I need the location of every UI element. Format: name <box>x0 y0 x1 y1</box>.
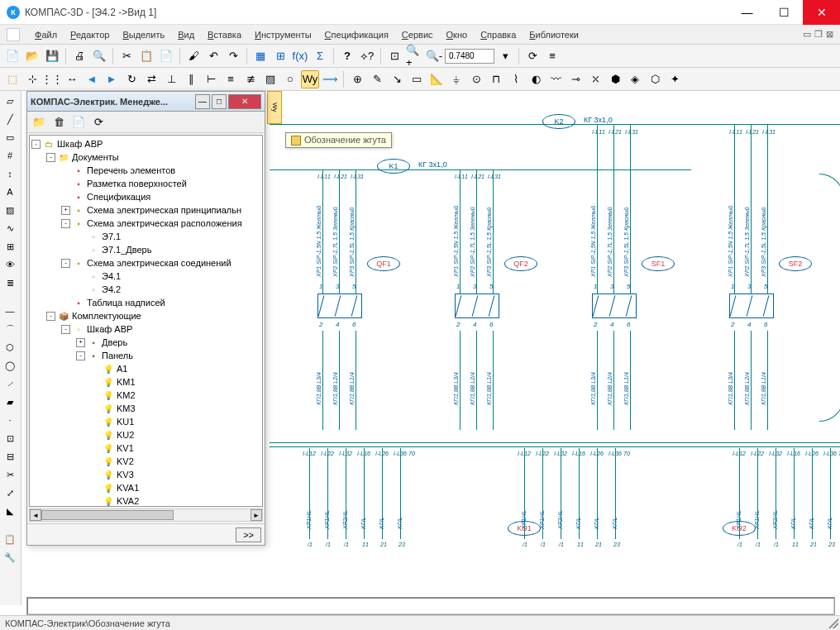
tool-brush-icon[interactable]: 🖌 <box>184 47 203 65</box>
snap-icon[interactable]: ⊹ <box>23 70 41 88</box>
ground-icon[interactable]: ⏚ <box>447 70 465 88</box>
lt-prop-icon[interactable]: 🔧 <box>2 549 18 566</box>
menu-редактор[interactable]: Редактор <box>64 30 116 40</box>
tree-item-19[interactable]: 💡KM2 <box>31 389 260 402</box>
help-button[interactable]: ? <box>338 47 356 65</box>
panel-minimize-button[interactable]: — <box>195 94 210 109</box>
text-icon[interactable]: ✎ <box>368 70 386 88</box>
save-button[interactable]: 💾 <box>43 47 61 65</box>
connect-icon[interactable]: ↔ <box>63 70 81 88</box>
tree-item-2[interactable]: ▪Перечень элементов <box>31 164 260 177</box>
panel-delete-button[interactable]: 🗑 <box>50 114 67 131</box>
tree-expander[interactable]: - <box>76 351 85 360</box>
tree-expander[interactable]: - <box>61 259 70 268</box>
tree-expander[interactable]: - <box>61 219 70 228</box>
lt-chamfer-icon[interactable]: ◣ <box>2 503 18 519</box>
switch-icon[interactable]: ⤬ <box>586 70 604 88</box>
lib3-icon[interactable]: ⬡ <box>646 70 664 88</box>
open-button[interactable]: 📂 <box>23 47 41 65</box>
lt-grid-icon[interactable]: # <box>2 147 18 164</box>
equal-icon[interactable]: ≡ <box>222 70 240 88</box>
mirror-icon[interactable]: ⇄ <box>142 70 160 88</box>
contact-icon[interactable]: ⊸ <box>566 70 585 88</box>
lt-table-icon[interactable]: ⊞ <box>2 238 18 255</box>
notequal-icon[interactable]: ≢ <box>241 70 260 88</box>
tree-item-20[interactable]: 💡KM3 <box>31 402 260 415</box>
wire-label-button[interactable]: Wy <box>301 70 319 88</box>
lib4-icon[interactable]: ✦ <box>666 70 684 88</box>
tree-item-26[interactable]: 💡KVA1 <box>31 481 260 494</box>
tree-item-27[interactable]: 💡KVA2 <box>31 494 260 507</box>
preview-button[interactable]: 🔍 <box>90 47 108 65</box>
redo-button[interactable]: ↷ <box>224 47 242 65</box>
tree-item-5[interactable]: +▪Схема электрическая принципиальн <box>31 203 260 217</box>
tree-expander[interactable]: - <box>46 312 55 321</box>
lt-group-icon[interactable]: ⊡ <box>2 430 18 446</box>
zoom-in-button[interactable]: 🔍+ <box>405 47 423 65</box>
tree-item-8[interactable]: ▫Э7.1_Дверь <box>31 243 260 256</box>
tree-expander[interactable]: - <box>46 153 55 162</box>
lt-layer-icon[interactable]: ≣ <box>2 274 18 291</box>
menu-сервис[interactable]: Сервис <box>395 30 440 40</box>
mdi-minimize-icon[interactable]: ▭ <box>803 29 811 40</box>
panel-folder-button[interactable]: 📁 <box>31 114 47 131</box>
panel-maximize-button[interactable]: □ <box>212 94 227 109</box>
nav-back-icon[interactable]: ◄ <box>83 70 101 88</box>
tree-item-24[interactable]: 💡KV2 <box>31 455 260 468</box>
circle-icon[interactable]: ○ <box>281 70 299 88</box>
command-input[interactable] <box>27 598 834 614</box>
tree-scrollbar-h[interactable]: ◄ ► <box>29 508 263 522</box>
menu-файл[interactable]: Файл <box>28 30 64 40</box>
tree-item-1[interactable]: -📁Документы <box>31 150 260 164</box>
tree-item-16[interactable]: -▪Панель <box>31 349 260 362</box>
tree-item-25[interactable]: 💡KV3 <box>31 468 260 481</box>
zoom-dropdown-icon[interactable]: ▾ <box>496 47 514 65</box>
zoom-out-button[interactable]: 🔍- <box>425 47 443 65</box>
lt-arc-icon[interactable]: ⌒ <box>2 321 18 337</box>
lt-line-icon[interactable]: ╱ <box>2 111 18 127</box>
tree-item-13[interactable]: -📦Комплектующие <box>31 309 260 322</box>
measure-icon[interactable]: 📐 <box>427 70 446 88</box>
cable-icon[interactable]: ⌇ <box>507 70 525 88</box>
elem-icon[interactable]: ⬚ <box>3 70 21 88</box>
menu-спецификация[interactable]: Спецификация <box>318 30 395 40</box>
side-tab-wy[interactable]: Wy <box>267 91 282 124</box>
lt-bez-icon[interactable]: ⟋ <box>2 375 18 392</box>
lt-ellipse-icon[interactable]: ◯ <box>2 357 18 374</box>
tree-item-22[interactable]: 💡KU2 <box>31 428 260 441</box>
menu-библиотеки[interactable]: Библиотеки <box>523 30 585 40</box>
zoom-fit-button[interactable]: ⊡ <box>385 47 403 65</box>
terminal-icon[interactable]: ⊓ <box>487 70 505 88</box>
lt-dim-icon[interactable]: ↕ <box>2 165 18 182</box>
align-icon[interactable]: ⊢ <box>202 70 220 88</box>
resize-grip[interactable] <box>828 618 838 628</box>
lib2-icon[interactable]: ◈ <box>626 70 644 88</box>
layers-icon[interactable]: ≡ <box>543 47 561 65</box>
nav-fwd-icon[interactable]: ► <box>103 70 121 88</box>
panel-refresh-button[interactable]: ⟳ <box>90 114 107 131</box>
panel-new-button[interactable]: 📄 <box>70 114 87 131</box>
hatch-icon[interactable]: ▨ <box>261 70 279 88</box>
leader-icon[interactable]: ↘ <box>388 70 406 88</box>
lt-rect-icon[interactable]: ▭ <box>2 129 18 146</box>
tree-item-23[interactable]: 💡KV1 <box>31 441 260 455</box>
menu-справка[interactable]: Справка <box>474 30 523 40</box>
tree-item-17[interactable]: 💡A1 <box>31 362 260 375</box>
table-button[interactable]: ⊞ <box>271 47 289 65</box>
cut-button[interactable]: ✂ <box>117 47 136 65</box>
close-button[interactable]: ✕ <box>803 0 840 25</box>
scroll-right-arrow[interactable]: ► <box>251 509 262 521</box>
tree-item-6[interactable]: -▪Схема электрическая расположения <box>31 217 260 230</box>
menu-вставка[interactable]: Вставка <box>201 30 248 40</box>
print-button[interactable]: 🖨 <box>70 47 88 65</box>
sum-button[interactable]: Σ <box>311 47 329 65</box>
menu-инструменты[interactable]: Инструменты <box>248 30 318 40</box>
lt-fill-icon[interactable]: ▰ <box>2 394 18 410</box>
tree-expander[interactable]: - <box>61 325 70 334</box>
tree-item-4[interactable]: ▪Спецификация <box>31 190 260 203</box>
junction-icon[interactable]: ⊙ <box>467 70 485 88</box>
paste-button[interactable]: 📄 <box>157 47 175 65</box>
tree-expander[interactable]: + <box>76 338 85 347</box>
tree-expander[interactable]: + <box>61 206 70 215</box>
tree-item-0[interactable]: -🗀Шкаф АВР <box>31 137 260 150</box>
